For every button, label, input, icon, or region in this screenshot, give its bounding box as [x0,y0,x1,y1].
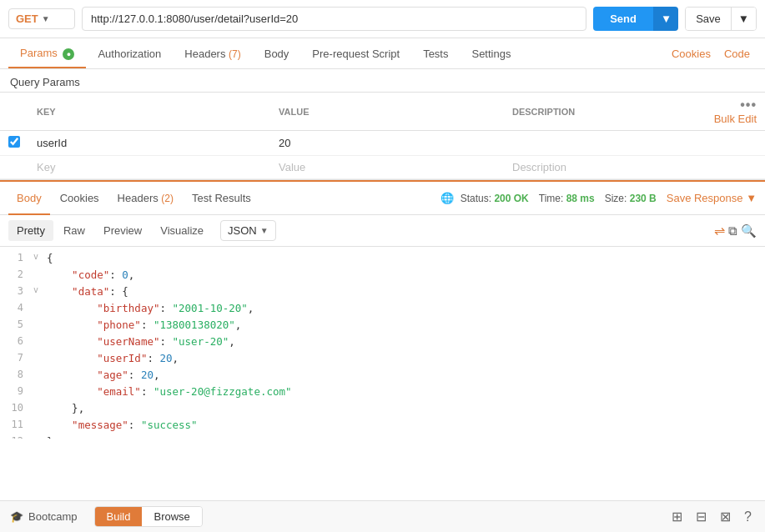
browse-tab[interactable]: Browse [142,507,201,526]
wrap-icon[interactable]: ⇌ [714,223,725,238]
code-line: 12 } [0,434,765,439]
view-tab-pretty[interactable]: Pretty [8,220,53,241]
layout-icon-2[interactable]: ⊟ [692,507,710,526]
desc-placeholder: Description [512,161,566,173]
value-placeholder[interactable]: Value [279,161,305,173]
format-chevron-icon: ▼ [260,226,269,235]
save-response-button[interactable]: Save Response ▼ [667,192,757,204]
url-input[interactable] [82,7,586,31]
checkbox-col-header [0,93,28,131]
more-icon[interactable]: ••• [740,98,757,112]
response-tabs: Body Cookies Headers (2) Test Results [8,187,259,209]
key-col-header: KEY [28,93,270,131]
tab-settings[interactable]: Settings [460,39,522,68]
response-section: Body Cookies Headers (2) Test Results 🌐 … [0,180,765,439]
params-table: KEY VALUE DESCRIPTION ••• Bulk Edit user… [0,93,765,179]
size-value: 230 B [630,193,657,204]
code-area: 1 v { 2 "code": 0, 3 v "data": { 4 "birt… [0,247,765,439]
bulk-edit-button[interactable]: Bulk Edit [714,113,757,125]
row-checkbox[interactable] [8,136,20,148]
globe-icon[interactable]: 🌐 [440,192,454,204]
value-col-header: VALUE [270,93,504,131]
tab-params[interactable]: Params ● [8,38,86,68]
resp-tab-testresults[interactable]: Test Results [184,187,259,209]
tab-body[interactable]: Body [253,39,301,68]
send-btn-group: Send ▼ [593,7,678,31]
bootcamp-icon: 🎓 [10,510,23,523]
format-text: JSON [228,224,257,237]
code-link[interactable]: Code [717,39,757,68]
code-line: 8 "age": 20, [0,367,765,384]
layout-icon-3[interactable]: ⊠ [717,507,734,526]
search-icon[interactable]: 🔍 [741,223,757,238]
desc-col-header: DESCRIPTION [504,93,698,131]
query-params-section: Query Params [0,69,765,93]
code-line: 5 "phone": "13800138020", [0,317,765,334]
code-line: 6 "userName": "user-20", [0,334,765,350]
code-line: 1 v { [0,250,765,267]
code-line: 7 "userId": 20, [0,350,765,367]
request-tabs: Params ● Authorization Headers (7) Body … [0,38,765,69]
tab-headers[interactable]: Headers (7) [173,39,252,68]
time-value: 88 ms [566,193,595,204]
key-cell: userId [37,137,67,149]
code-toolbar: Pretty Raw Preview Visualize JSON ▼ ⇌ ⧉ … [0,215,765,247]
status-value: 200 OK [494,193,528,204]
tab-authorization[interactable]: Authorization [86,39,173,68]
new-param-row: Key Value Description [0,156,765,179]
bottom-bar: 🎓 Bootcamp Build Browse ⊞ ⊟ ⊠ ? [0,500,765,532]
key-placeholder[interactable]: Key [37,161,55,173]
query-params-title: Query Params [10,76,80,88]
tab-prerequest[interactable]: Pre-request Script [300,39,411,68]
method-select[interactable]: GET ▼ [8,8,75,29]
code-line: 4 "birthday": "2001-10-20", [0,300,765,317]
params-badge: ● [63,48,74,60]
top-bar: GET ▼ Send ▼ Save ▼ [0,0,765,38]
view-tab-preview[interactable]: Preview [95,220,150,241]
cookies-link[interactable]: Cookies [665,39,717,68]
code-line: 11 "message": "success" [0,417,765,434]
bottom-icons: ⊞ ⊟ ⊠ ? [668,507,755,526]
headers-count: (7) [229,48,241,60]
status-info: Status: 200 OK Time: 88 ms Size: 230 B [461,193,657,204]
save-btn-group: Save ▼ [685,7,757,31]
resp-tab-headers[interactable]: Headers (2) [109,187,182,209]
build-browse-tabs: Build Browse [94,506,203,527]
code-line: 10 }, [0,400,765,417]
save-dropdown-button[interactable]: ▼ [731,8,756,30]
tab-tests[interactable]: Tests [411,39,460,68]
time-label: Time: 88 ms [539,193,595,204]
help-icon[interactable]: ? [741,508,755,526]
copy-icon[interactable]: ⧉ [728,223,737,238]
resp-headers-count: (2) [161,193,174,204]
table-row: userId 20 [0,131,765,156]
code-line: 9 "email": "user-20@fizzgate.com" [0,384,765,400]
build-tab[interactable]: Build [95,507,143,526]
params-container: KEY VALUE DESCRIPTION ••• Bulk Edit user… [0,93,765,180]
size-label: Size: 230 B [605,193,657,204]
format-select[interactable]: JSON ▼ [220,220,276,241]
value-cell: 20 [279,137,290,149]
code-line: 3 v "data": { [0,284,765,300]
send-dropdown-button[interactable]: ▼ [653,7,678,31]
bootcamp-section[interactable]: 🎓 Bootcamp [10,510,78,523]
code-line: 2 "code": 0, [0,267,765,284]
actions-col-header: ••• Bulk Edit [698,93,765,131]
view-tab-raw[interactable]: Raw [55,220,93,241]
layout-icon-1[interactable]: ⊞ [668,507,686,526]
status-label: Status: 200 OK [461,193,529,204]
chevron-down-icon: ▼ [42,14,50,23]
bootcamp-label: Bootcamp [28,510,78,523]
resp-tab-cookies[interactable]: Cookies [52,187,108,209]
send-button[interactable]: Send [593,7,653,31]
save-button[interactable]: Save [686,8,731,30]
resp-tab-body[interactable]: Body [8,187,50,209]
response-header: Body Cookies Headers (2) Test Results 🌐 … [0,180,765,215]
method-text: GET [16,13,38,25]
view-tab-visualize[interactable]: Visualize [152,220,212,241]
view-tabs: Pretty Raw Preview Visualize [8,220,212,241]
